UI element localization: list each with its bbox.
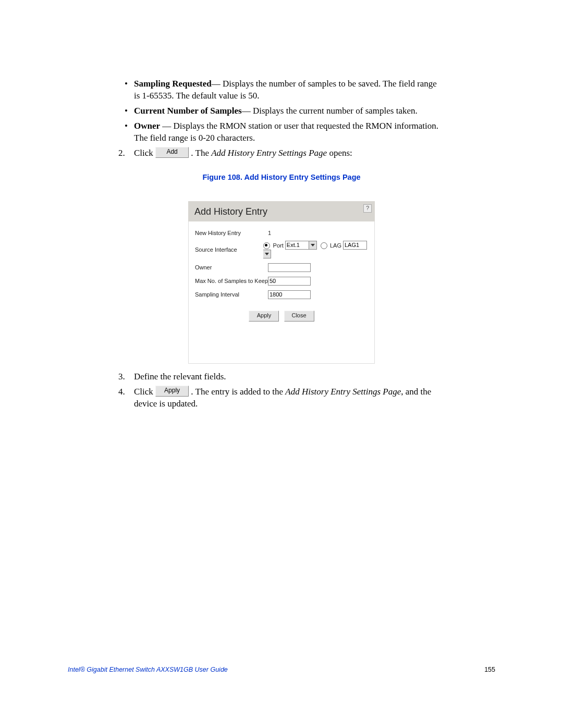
bullet-sampling-requested: • Sampling Requested— Displays the numbe… xyxy=(123,78,440,102)
label-owner: Owner xyxy=(195,264,268,270)
dialog-title: Add History Entry xyxy=(194,206,267,217)
step-text: Define the relevant fields. xyxy=(134,371,440,383)
step-number: 2. xyxy=(118,147,134,159)
bullet-current-samples: • Current Number of Samples— Displays th… xyxy=(123,105,440,117)
label-port: Port xyxy=(273,242,284,248)
select-lag[interactable] xyxy=(343,241,367,250)
figure-caption: Figure 108. Add History Entry Settings P… xyxy=(123,173,440,181)
text-frag: . The xyxy=(191,148,211,158)
input-max-samples[interactable] xyxy=(268,277,311,286)
bullet-text: Current Number of Samples— Displays the … xyxy=(134,105,440,117)
row-source-interface: Source Interface Port LAG xyxy=(195,241,368,258)
step-4: 4. Click Apply . The entry is added to t… xyxy=(123,386,440,410)
bullet-marker: • xyxy=(125,78,134,102)
bullet-desc: — Displays the RMON station or user that… xyxy=(134,121,438,143)
page-ref: Add History Entry Settings Page xyxy=(285,387,401,397)
value-new-history-entry: 1 xyxy=(268,230,271,236)
page-ref: Add History Entry Settings Page xyxy=(211,148,327,158)
dialog-body: New History Entry 1 Source Interface Por… xyxy=(188,221,375,364)
step-number: 3. xyxy=(118,371,134,383)
radio-port[interactable] xyxy=(263,242,270,249)
radio-lag[interactable] xyxy=(321,242,327,249)
bullet-label: Owner xyxy=(134,121,160,131)
label-lag: LAG xyxy=(330,242,341,248)
bullet-owner: • Owner — Displays the RMON station or u… xyxy=(123,120,440,144)
bullet-desc: — Displays the current number of samples… xyxy=(242,106,418,116)
dialog-buttons: Apply Close xyxy=(195,311,368,322)
bullet-label: Sampling Requested xyxy=(134,79,212,89)
input-owner[interactable] xyxy=(268,263,311,272)
bullet-marker: • xyxy=(125,120,134,144)
row-sampling-interval: Sampling Interval xyxy=(195,290,368,299)
step-2: 2. Click Add . The Add History Entry Set… xyxy=(123,147,440,159)
text-frag: Click xyxy=(134,387,155,397)
close-button[interactable]: Close xyxy=(284,311,314,322)
footer-guide-title: Intel® Gigabit Ethernet Switch AXXSW1GB … xyxy=(68,666,228,673)
bullet-marker: • xyxy=(125,105,134,117)
select-port[interactable] xyxy=(285,241,309,250)
input-sampling-interval[interactable] xyxy=(268,290,311,299)
bullet-label: Current Number of Samples xyxy=(134,106,242,116)
row-owner: Owner xyxy=(195,263,368,272)
label-new-history-entry: New History Entry xyxy=(195,230,268,236)
step-text: Click Add . The Add History Entry Settin… xyxy=(134,147,440,159)
source-interface-controls: Port LAG xyxy=(263,241,368,258)
help-icon[interactable]: ? xyxy=(363,204,372,213)
chevron-down-icon[interactable] xyxy=(309,241,317,250)
page-body: • Sampling Requested— Displays the numbe… xyxy=(0,0,563,410)
step-3: 3. Define the relevant fields. xyxy=(123,371,440,383)
chevron-down-icon[interactable] xyxy=(263,250,271,258)
row-max-samples: Max No. of Samples to Keep xyxy=(195,277,368,286)
apply-button-inline[interactable]: Apply xyxy=(155,386,189,397)
step-text: Click Apply . The entry is added to the … xyxy=(134,386,440,410)
apply-button[interactable]: Apply xyxy=(249,311,279,322)
label-sampling-interval: Sampling Interval xyxy=(195,291,268,298)
text-frag: Click xyxy=(134,148,155,158)
page-number: 155 xyxy=(484,666,495,673)
add-button[interactable]: Add xyxy=(155,147,189,158)
row-new-history-entry: New History Entry 1 xyxy=(195,230,368,236)
add-history-dialog: Add History Entry ? New History Entry 1 … xyxy=(188,201,375,364)
text-frag: opens: xyxy=(327,148,352,158)
step-number: 4. xyxy=(118,386,134,398)
bullet-text: Sampling Requested— Displays the number … xyxy=(134,78,440,102)
label-max-samples: Max No. of Samples to Keep xyxy=(195,278,268,284)
label-source-interface: Source Interface xyxy=(195,246,263,253)
page-footer: Intel® Gigabit Ethernet Switch AXXSW1GB … xyxy=(68,666,495,673)
bullet-text: Owner — Displays the RMON station or use… xyxy=(134,120,440,144)
text-frag: . The entry is added to the xyxy=(191,387,285,397)
dialog-header: Add History Entry ? xyxy=(188,201,375,221)
